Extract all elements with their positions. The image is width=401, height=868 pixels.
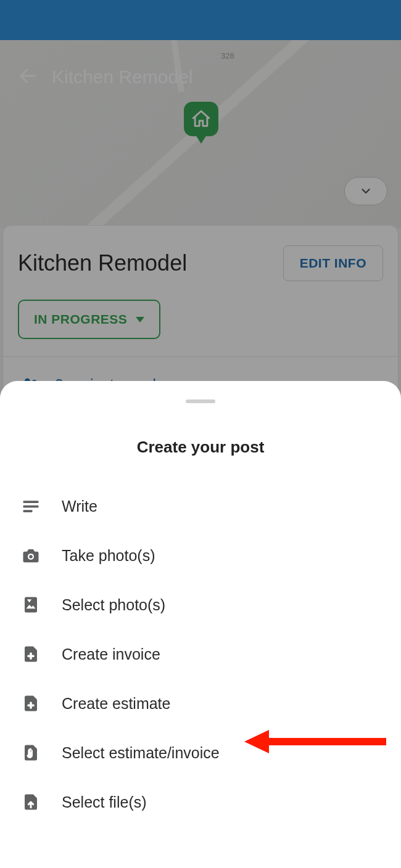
svg-rect-12 <box>27 704 34 706</box>
sheet-options: Write Take photo(s) Select photo(s) Crea… <box>0 481 401 827</box>
option-create-invoice[interactable]: Create invoice <box>0 629 401 679</box>
option-label: Select estimate/invoice <box>62 744 220 762</box>
create-post-sheet: Create your post Write Take photo(s) Sel… <box>0 381 401 868</box>
option-select-files[interactable]: Select file(s) <box>0 777 401 827</box>
option-take-photo[interactable]: Take photo(s) <box>0 531 401 580</box>
sheet-grabber[interactable] <box>186 399 215 403</box>
file-attach-icon <box>21 743 41 763</box>
screen: 328 Kitchen Remodel Kitchen Remodel EDIT… <box>0 40 401 868</box>
status-bar <box>0 0 401 40</box>
text-lines-icon <box>21 496 41 516</box>
svg-rect-3 <box>23 501 39 503</box>
option-select-photo[interactable]: Select photo(s) <box>0 580 401 629</box>
option-write[interactable]: Write <box>0 481 401 531</box>
svg-rect-10 <box>27 655 34 657</box>
photo-library-icon <box>21 595 41 615</box>
option-label: Create invoice <box>62 645 160 663</box>
svg-rect-4 <box>23 506 39 508</box>
option-create-estimate[interactable]: Create estimate <box>0 679 401 728</box>
option-label: Write <box>62 497 97 515</box>
file-plus-icon <box>21 644 41 664</box>
svg-point-7 <box>29 555 33 559</box>
option-label: Take photo(s) <box>62 547 155 565</box>
svg-rect-5 <box>23 510 33 512</box>
file-upload-icon <box>21 792 41 812</box>
sheet-title: Create your post <box>0 438 401 457</box>
option-label: Create estimate <box>62 695 170 713</box>
camera-icon <box>21 546 41 565</box>
option-label: Select file(s) <box>62 793 147 811</box>
option-label: Select photo(s) <box>62 596 165 614</box>
file-plus-icon <box>21 694 41 713</box>
option-select-estimate-invoice[interactable]: Select estimate/invoice <box>0 728 401 777</box>
